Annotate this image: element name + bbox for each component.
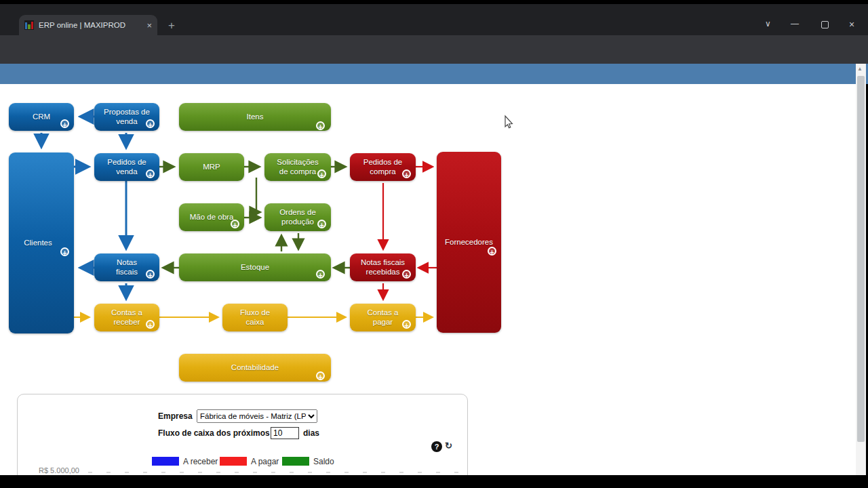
node-pedidos-de-venda[interactable]: Pedidos de venda + (94, 153, 159, 181)
node-label: Notas fiscais recebidas (358, 258, 408, 277)
window-restore-button[interactable] (821, 21, 829, 28)
empresa-select[interactable]: Fábrica de móveis - Matriz (LP) (197, 409, 317, 423)
node-label: Contas a pagar (358, 308, 408, 327)
node-crm[interactable]: CRM + (9, 103, 74, 131)
node-pedidos-de-compra[interactable]: Pedidos de compra + (350, 153, 416, 181)
node-mao-de-obra[interactable]: Mão de obra + (179, 203, 244, 231)
dias-input[interactable] (271, 427, 299, 439)
node-label: Notas fiscais (111, 258, 142, 277)
node-propostas-de-venda[interactable]: Propostas de venda + (94, 103, 159, 131)
node-notas-fiscais[interactable]: Notas fiscais + (94, 253, 159, 281)
scrollbar-thumb[interactable] (857, 76, 865, 442)
add-icon[interactable]: + (60, 247, 69, 256)
add-icon[interactable]: + (60, 119, 69, 128)
browser-tab[interactable]: ERP online | MAXIPROD × (19, 15, 157, 35)
node-label: Solicitações de compra (273, 158, 323, 177)
node-mrp[interactable]: MRP (179, 153, 244, 181)
add-icon[interactable]: + (488, 247, 496, 256)
node-fornecedores[interactable]: Fornecedores + (437, 152, 501, 333)
chart-ticks (88, 472, 463, 473)
add-icon[interactable]: + (146, 119, 155, 128)
node-label: Mão de obra (190, 213, 234, 222)
legend-label-saldo: Saldo (313, 457, 334, 466)
node-fluxo-de-caixa[interactable]: Fluxo de caixa (222, 304, 288, 331)
node-notas-fiscais-recebidas[interactable]: Notas fiscais recebidas + (350, 253, 416, 281)
node-label: CRM (33, 113, 50, 122)
add-icon[interactable]: + (402, 320, 411, 329)
node-contas-a-receber[interactable]: Contas a receber + (94, 304, 159, 331)
node-ordens-de-producao[interactable]: Ordens de produção + (264, 203, 331, 231)
window-minimize-button[interactable]: — (791, 19, 799, 28)
node-contas-a-pagar[interactable]: Contas a pagar + (350, 304, 416, 331)
node-label: Contabilidade (231, 363, 279, 373)
add-icon[interactable]: + (146, 270, 155, 279)
node-label: Propostas de venda (102, 108, 152, 127)
panel-help-icon[interactable]: ? (431, 441, 442, 452)
legend-swatch-a-receber (152, 457, 179, 466)
node-label: Fornecedores (445, 238, 493, 247)
add-icon[interactable]: + (316, 121, 325, 130)
tab-close-icon[interactable]: × (146, 20, 152, 30)
browser-tabstrip: ERP online | MAXIPROD × + ∨ — × (0, 4, 868, 35)
node-label: Pedidos de venda (102, 158, 152, 177)
tab-favicon-icon (24, 20, 34, 30)
cashflow-panel (17, 394, 468, 488)
add-icon[interactable]: + (146, 320, 155, 329)
add-icon[interactable]: + (316, 371, 325, 380)
node-contabilidade[interactable]: Contabilidade + (179, 354, 331, 382)
new-tab-button[interactable]: + (168, 19, 175, 33)
node-itens[interactable]: Itens + (179, 103, 331, 131)
add-icon[interactable]: + (402, 270, 411, 279)
legend-label-a-pagar: A pagar (251, 457, 279, 466)
legend-swatch-saldo (282, 457, 309, 466)
node-label: Itens (247, 113, 264, 122)
axis-value: R$ 5.000,00 (39, 466, 79, 474)
add-icon[interactable]: + (317, 220, 326, 228)
browser-toolbar: ← → ↻ sistema.maxiprod.com.br ↑ ☆ ⋮ (0, 35, 868, 64)
bottom-black-bar (0, 475, 868, 488)
node-label: Estoque (241, 263, 269, 272)
add-icon[interactable]: + (231, 220, 239, 228)
window-chevron-icon[interactable]: ∨ (765, 19, 771, 28)
tab-title: ERP online | MAXIPROD (39, 21, 142, 29)
dias-label: dias (303, 428, 319, 438)
node-label: Clientes (24, 239, 52, 248)
node-solicitacoes-de-compra[interactable]: Solicitações de compra + (264, 153, 331, 181)
refresh-icon[interactable]: ↻ (445, 441, 452, 451)
node-label: Contas a receber (102, 308, 152, 327)
add-icon[interactable]: + (316, 270, 325, 279)
node-estoque[interactable]: Estoque + (179, 253, 331, 281)
node-clientes[interactable]: Clientes + (9, 152, 74, 333)
empresa-label: Empresa (158, 411, 193, 421)
add-icon[interactable]: + (317, 169, 326, 178)
node-label: Fluxo de caixa (230, 308, 280, 327)
node-label: Ordens de produção (273, 208, 323, 227)
scroll-up-icon[interactable]: ▲ (857, 66, 863, 72)
add-icon[interactable]: + (146, 169, 155, 178)
node-label: MRP (203, 163, 220, 172)
legend-swatch-a-pagar (220, 457, 247, 466)
fluxo-label: Fluxo de caixa dos próximos (158, 428, 270, 438)
add-icon[interactable]: + (402, 169, 411, 178)
app-header: Sistema de gestão ERP MAXIPROD CRM▼ Vend… (0, 64, 868, 84)
node-label: Pedidos de compra (358, 158, 408, 177)
screen: ERP online | MAXIPROD × + ∨ — × ← → ↻ si… (0, 0, 868, 488)
window-close-button[interactable]: × (849, 19, 854, 30)
legend-label-a-receber: A receber (183, 457, 218, 466)
